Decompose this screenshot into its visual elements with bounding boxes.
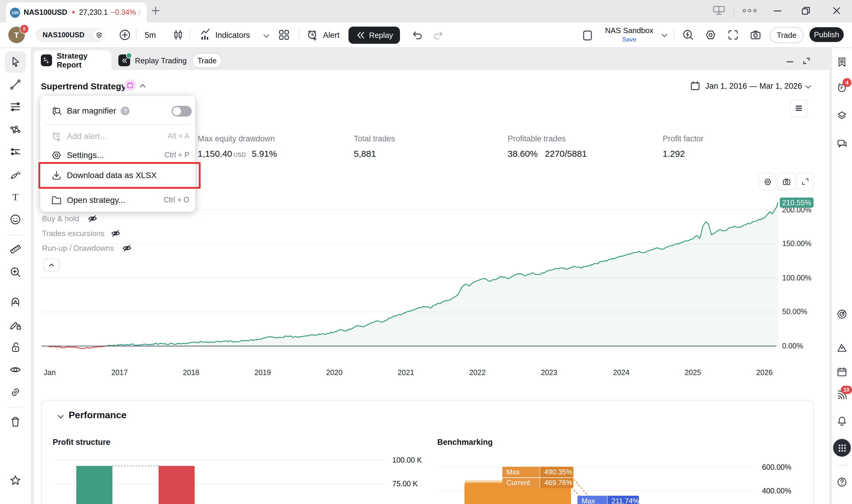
chat-icon[interactable] <box>836 138 848 150</box>
redo-icon[interactable] <box>433 29 445 41</box>
date-range-button[interactable]: Jan 1, 2016 — Mar 1, 2026 <box>705 82 802 90</box>
strategy-title[interactable]: Supertrend Strategy <box>41 81 126 91</box>
benchmark-blue-tooltip: Max 211.74% <box>578 496 639 504</box>
menu-item-open-strategy[interactable]: Open strategy... Ctrl + O <box>40 191 195 210</box>
bar-style-icon[interactable] <box>172 29 184 41</box>
fullscreen-icon[interactable] <box>727 29 740 41</box>
window-close-button[interactable] <box>832 6 841 15</box>
bar-magnifier-toggle[interactable] <box>171 106 192 116</box>
undo-icon[interactable] <box>411 29 423 41</box>
cursor-tool-icon[interactable] <box>9 56 22 69</box>
trade-tab-label: Trade <box>198 56 217 65</box>
chart-snapshot-button[interactable] <box>777 173 795 191</box>
unlock-tool-icon[interactable] <box>9 341 22 354</box>
alert-button[interactable]: Alert <box>323 31 340 40</box>
screenshot-camera-icon[interactable] <box>749 29 762 41</box>
eye-off-icon[interactable] <box>88 214 97 223</box>
toolbar-divider <box>674 29 674 41</box>
apps-menu-button[interactable] <box>833 439 851 457</box>
window-minimize-button[interactable] <box>773 6 782 15</box>
y-axis-tick: 0.00% <box>782 342 803 350</box>
menu-item-settings[interactable]: Settings... Ctrl + P <box>40 145 195 164</box>
hotlists-radar-icon[interactable] <box>836 308 848 320</box>
new-tab-button[interactable] <box>151 6 160 15</box>
add-alert-icon <box>51 130 62 142</box>
symbol-search-button[interactable]: NAS100USD <box>36 28 105 42</box>
help-icon[interactable] <box>836 476 848 488</box>
interval-button[interactable]: 5m <box>142 31 159 40</box>
performance-title[interactable]: Performance <box>69 410 127 420</box>
panel-maximize-icon[interactable] <box>802 57 811 65</box>
eye-off-icon[interactable] <box>122 243 132 253</box>
hide-drawings-eye-icon[interactable] <box>9 363 22 376</box>
object-tree-layers-icon[interactable] <box>836 109 848 121</box>
toolbar-divider <box>136 29 137 41</box>
brush-tool-icon[interactable] <box>9 168 22 182</box>
quick-search-icon[interactable] <box>682 29 695 41</box>
chart-expand-button[interactable] <box>796 173 814 191</box>
download-xlsx-highlight-box <box>38 162 201 189</box>
ideas-icon[interactable] <box>836 342 848 354</box>
toolbar-divider <box>189 29 190 41</box>
position-tool-icon[interactable] <box>9 145 22 159</box>
layout-chevron-icon[interactable] <box>661 33 668 38</box>
pattern-tool-icon[interactable] <box>9 123 22 136</box>
trade-button[interactable]: Trade <box>770 27 803 43</box>
tab-strategy-report[interactable]: Strategy Report <box>34 50 111 70</box>
report-rows-toggle-button[interactable] <box>790 100 808 117</box>
magnet-tool-icon[interactable] <box>9 295 22 308</box>
menu-item-bar-magnifier[interactable]: Bar magnifier ? <box>40 100 195 122</box>
x-axis-tick: 2021 <box>394 368 418 377</box>
indicators-icon[interactable] <box>199 29 213 41</box>
panel-minimize-icon[interactable] <box>786 57 794 65</box>
tab-trade-button[interactable]: Trade <box>192 53 222 68</box>
menu-item-add-alert[interactable]: Add alert... Alt + A <box>40 127 195 145</box>
performance-collapse-chevron-icon[interactable] <box>57 414 65 420</box>
avatar-initial: T <box>14 31 19 39</box>
text-tool-icon[interactable]: T <box>9 191 22 203</box>
titlebar-divider <box>734 5 734 17</box>
publish-button[interactable]: Publish <box>810 27 844 42</box>
multi-monitor-icon[interactable] <box>712 3 726 18</box>
drawing-edit-lock-icon[interactable] <box>9 318 22 331</box>
fib-retracement-tool-icon[interactable] <box>9 101 22 113</box>
eye-off-icon[interactable] <box>111 228 121 238</box>
settings-gear-icon[interactable] <box>704 29 717 41</box>
window-restore-button[interactable] <box>801 6 811 15</box>
sync-drawings-link-icon[interactable] <box>9 386 22 399</box>
indicators-button[interactable]: Indicators <box>215 31 250 40</box>
zoom-in-tool-icon[interactable] <box>9 266 22 278</box>
measure-tool-icon[interactable] <box>9 242 22 255</box>
date-range-chevron-icon[interactable] <box>805 84 812 90</box>
window-menu-dots-icon[interactable] <box>742 6 757 15</box>
layout-select-icon[interactable] <box>582 30 593 41</box>
symbol-flag-icon[interactable] <box>93 30 104 40</box>
indicators-chevron-icon[interactable] <box>263 33 270 39</box>
favorites-star-icon[interactable] <box>9 474 22 487</box>
news-feed-badge: 10 <box>841 386 852 394</box>
open-strategy-label: Open strategy... <box>67 195 125 205</box>
replay-button[interactable]: Replay <box>348 26 400 44</box>
date-range-calendar-icon[interactable] <box>690 80 701 91</box>
calendar-icon[interactable] <box>836 366 848 378</box>
watchlist-icon[interactable] <box>836 56 848 68</box>
deep-backtesting-calendar-icon[interactable] <box>124 79 136 91</box>
help-circle-icon[interactable]: ? <box>121 106 130 115</box>
notifications-bell-icon[interactable] <box>836 415 848 427</box>
x-axis-tick: 2025 <box>681 368 705 377</box>
emoji-tool-icon[interactable] <box>9 213 22 226</box>
layout-grid-icon[interactable] <box>277 29 290 41</box>
x-axis-tick: 2017 <box>108 368 131 377</box>
alert-clock-icon[interactable] <box>306 29 319 41</box>
y-axis-tick: 50.00% <box>782 308 807 316</box>
strategy-dropdown-menu: Bar magnifier ? Add alert... Alt + A Set… <box>40 96 195 212</box>
layout-name-button[interactable]: NAS Sandbox Save <box>601 26 657 42</box>
add-symbol-compare-icon[interactable] <box>119 29 131 41</box>
browser-tab-active[interactable]: 100 NAS100USD ▼ 27,230.1 −0.34% / <box>6 2 147 22</box>
save-link[interactable]: Save <box>601 36 657 42</box>
remove-drawings-trash-icon[interactable] <box>9 415 22 428</box>
tab-replay-trading[interactable]: Replay Trading <box>118 52 187 69</box>
trend-line-tool-icon[interactable] <box>9 78 22 91</box>
strategy-menu-chevron-up-icon[interactable] <box>139 83 146 89</box>
legend-collapse-button[interactable] <box>43 258 60 271</box>
